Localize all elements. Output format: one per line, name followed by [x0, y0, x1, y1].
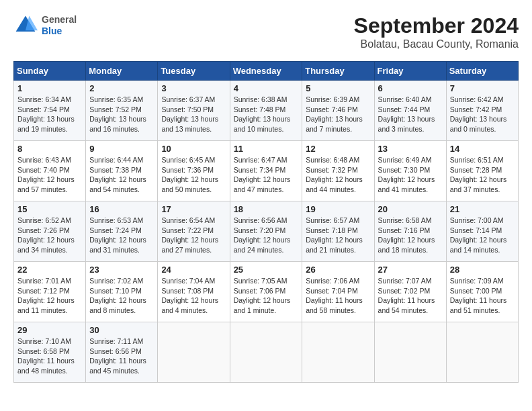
calendar-cell: 5Sunrise: 6:39 AMSunset: 7:46 PMDaylight… [302, 81, 374, 141]
day-number: 22 [17, 265, 82, 275]
day-number: 28 [450, 265, 515, 275]
day-detail: Sunrise: 7:06 AMSunset: 7:04 PMDaylight:… [306, 276, 370, 316]
calendar-title: September 2024 [354, 13, 519, 38]
day-number: 20 [378, 204, 443, 214]
day-header-thursday: Thursday [302, 62, 374, 81]
day-detail: Sunrise: 6:49 AMSunset: 7:30 PMDaylight:… [378, 155, 443, 195]
calendar-cell: 3Sunrise: 6:37 AMSunset: 7:50 PMDaylight… [158, 81, 230, 141]
day-header-monday: Monday [86, 62, 158, 81]
header-row: SundayMondayTuesdayWednesdayThursdayFrid… [14, 62, 519, 81]
day-detail: Sunrise: 7:09 AMSunset: 7:00 PMDaylight:… [450, 276, 515, 316]
day-detail: Sunrise: 6:58 AMSunset: 7:16 PMDaylight:… [378, 216, 443, 255]
day-detail: Sunrise: 6:45 AMSunset: 7:36 PMDaylight:… [161, 155, 226, 195]
day-detail: Sunrise: 7:07 AMSunset: 7:02 PMDaylight:… [378, 276, 443, 316]
day-header-sunday: Sunday [14, 62, 86, 81]
calendar-table: SundayMondayTuesdayWednesdayThursdayFrid… [13, 61, 519, 383]
calendar-cell: 29Sunrise: 7:10 AMSunset: 6:58 PMDayligh… [14, 322, 86, 383]
calendar-week-5: 29Sunrise: 7:10 AMSunset: 6:58 PMDayligh… [14, 322, 519, 383]
calendar-cell: 7Sunrise: 6:42 AMSunset: 7:42 PMDaylight… [446, 81, 518, 141]
day-detail: Sunrise: 6:40 AMSunset: 7:44 PMDaylight:… [378, 95, 443, 134]
day-number: 18 [234, 204, 299, 214]
calendar-cell: 27Sunrise: 7:07 AMSunset: 7:02 PMDayligh… [374, 262, 446, 322]
day-number: 17 [161, 204, 226, 214]
day-header-friday: Friday [374, 62, 446, 81]
calendar-cell: 12Sunrise: 6:48 AMSunset: 7:32 PMDayligh… [302, 141, 374, 201]
logo-general: General [42, 14, 77, 26]
day-detail: Sunrise: 6:35 AMSunset: 7:52 PMDaylight:… [89, 95, 154, 134]
calendar-cell: 13Sunrise: 6:49 AMSunset: 7:30 PMDayligh… [374, 141, 446, 201]
calendar-subtitle: Bolatau, Bacau County, Romania [354, 38, 519, 50]
calendar-cell: 28Sunrise: 7:09 AMSunset: 7:00 PMDayligh… [446, 262, 518, 322]
svg-marker-1 [26, 16, 38, 31]
day-detail: Sunrise: 7:11 AMSunset: 6:56 PMDaylight:… [89, 336, 154, 376]
calendar-cell: 22Sunrise: 7:01 AMSunset: 7:12 PMDayligh… [14, 262, 86, 322]
day-detail: Sunrise: 6:51 AMSunset: 7:28 PMDaylight:… [450, 155, 515, 195]
calendar-cell: 10Sunrise: 6:45 AMSunset: 7:36 PMDayligh… [158, 141, 230, 201]
logo-blue: Blue [42, 26, 77, 37]
calendar-cell: 2Sunrise: 6:35 AMSunset: 7:52 PMDaylight… [86, 81, 158, 141]
logo-icon [13, 13, 38, 38]
day-number: 2 [89, 83, 154, 93]
day-detail: Sunrise: 7:02 AMSunset: 7:10 PMDaylight:… [89, 276, 154, 316]
calendar-week-1: 1Sunrise: 6:34 AMSunset: 7:54 PMDaylight… [14, 81, 519, 141]
calendar-cell: 16Sunrise: 6:53 AMSunset: 7:24 PMDayligh… [86, 201, 158, 262]
day-number: 15 [17, 204, 82, 214]
day-detail: Sunrise: 6:42 AMSunset: 7:42 PMDaylight:… [450, 95, 515, 134]
day-number: 6 [378, 83, 443, 93]
logo: General Blue [13, 13, 77, 38]
calendar-cell: 18Sunrise: 6:56 AMSunset: 7:20 PMDayligh… [230, 201, 302, 262]
calendar-body: 1Sunrise: 6:34 AMSunset: 7:54 PMDaylight… [14, 81, 519, 383]
calendar-cell: 15Sunrise: 6:52 AMSunset: 7:26 PMDayligh… [14, 201, 86, 262]
calendar-cell: 11Sunrise: 6:47 AMSunset: 7:34 PMDayligh… [230, 141, 302, 201]
calendar-cell: 23Sunrise: 7:02 AMSunset: 7:10 PMDayligh… [86, 262, 158, 322]
day-detail: Sunrise: 6:52 AMSunset: 7:26 PMDaylight:… [17, 216, 82, 255]
calendar-cell: 25Sunrise: 7:05 AMSunset: 7:06 PMDayligh… [230, 262, 302, 322]
calendar-cell: 19Sunrise: 6:57 AMSunset: 7:18 PMDayligh… [302, 201, 374, 262]
calendar-cell [230, 322, 302, 383]
calendar-cell: 1Sunrise: 6:34 AMSunset: 7:54 PMDaylight… [14, 81, 86, 141]
day-detail: Sunrise: 7:00 AMSunset: 7:14 PMDaylight:… [450, 216, 515, 255]
day-header-tuesday: Tuesday [158, 62, 230, 81]
day-detail: Sunrise: 6:54 AMSunset: 7:22 PMDaylight:… [161, 216, 226, 255]
day-number: 12 [306, 144, 370, 154]
logo-text: General Blue [42, 14, 77, 37]
calendar-cell: 8Sunrise: 6:43 AMSunset: 7:40 PMDaylight… [14, 141, 86, 201]
day-detail: Sunrise: 6:39 AMSunset: 7:46 PMDaylight:… [306, 95, 370, 134]
day-detail: Sunrise: 7:05 AMSunset: 7:06 PMDaylight:… [234, 276, 299, 316]
page-header: General Blue September 2024 Bolatau, Bac… [13, 13, 519, 50]
day-number: 25 [234, 265, 299, 275]
day-detail: Sunrise: 7:01 AMSunset: 7:12 PMDaylight:… [17, 276, 82, 316]
day-detail: Sunrise: 6:37 AMSunset: 7:50 PMDaylight:… [161, 95, 226, 134]
calendar-week-2: 8Sunrise: 6:43 AMSunset: 7:40 PMDaylight… [14, 141, 519, 201]
calendar-cell: 14Sunrise: 6:51 AMSunset: 7:28 PMDayligh… [446, 141, 518, 201]
day-number: 9 [89, 144, 154, 154]
calendar-week-4: 22Sunrise: 7:01 AMSunset: 7:12 PMDayligh… [14, 262, 519, 322]
day-number: 29 [17, 325, 82, 335]
calendar-cell [158, 322, 230, 383]
day-detail: Sunrise: 7:10 AMSunset: 6:58 PMDaylight:… [17, 336, 82, 376]
day-number: 8 [17, 144, 82, 154]
day-number: 5 [306, 83, 370, 93]
day-detail: Sunrise: 6:44 AMSunset: 7:38 PMDaylight:… [89, 155, 154, 195]
calendar-cell: 26Sunrise: 7:06 AMSunset: 7:04 PMDayligh… [302, 262, 374, 322]
day-detail: Sunrise: 6:53 AMSunset: 7:24 PMDaylight:… [89, 216, 154, 255]
calendar-cell: 20Sunrise: 6:58 AMSunset: 7:16 PMDayligh… [374, 201, 446, 262]
day-detail: Sunrise: 6:38 AMSunset: 7:48 PMDaylight:… [234, 95, 299, 134]
calendar-cell: 17Sunrise: 6:54 AMSunset: 7:22 PMDayligh… [158, 201, 230, 262]
day-detail: Sunrise: 6:56 AMSunset: 7:20 PMDaylight:… [234, 216, 299, 255]
calendar-header: SundayMondayTuesdayWednesdayThursdayFrid… [14, 62, 519, 81]
calendar-cell: 6Sunrise: 6:40 AMSunset: 7:44 PMDaylight… [374, 81, 446, 141]
day-detail: Sunrise: 6:43 AMSunset: 7:40 PMDaylight:… [17, 155, 82, 195]
day-detail: Sunrise: 6:57 AMSunset: 7:18 PMDaylight:… [306, 216, 370, 255]
day-detail: Sunrise: 6:47 AMSunset: 7:34 PMDaylight:… [234, 155, 299, 195]
calendar-cell [302, 322, 374, 383]
calendar-week-3: 15Sunrise: 6:52 AMSunset: 7:26 PMDayligh… [14, 201, 519, 262]
day-number: 21 [450, 204, 515, 214]
day-header-wednesday: Wednesday [230, 62, 302, 81]
day-number: 19 [306, 204, 370, 214]
day-detail: Sunrise: 6:48 AMSunset: 7:32 PMDaylight:… [306, 155, 370, 195]
day-number: 23 [89, 265, 154, 275]
calendar-cell: 21Sunrise: 7:00 AMSunset: 7:14 PMDayligh… [446, 201, 518, 262]
calendar-cell: 4Sunrise: 6:38 AMSunset: 7:48 PMDaylight… [230, 81, 302, 141]
day-number: 1 [17, 83, 82, 93]
